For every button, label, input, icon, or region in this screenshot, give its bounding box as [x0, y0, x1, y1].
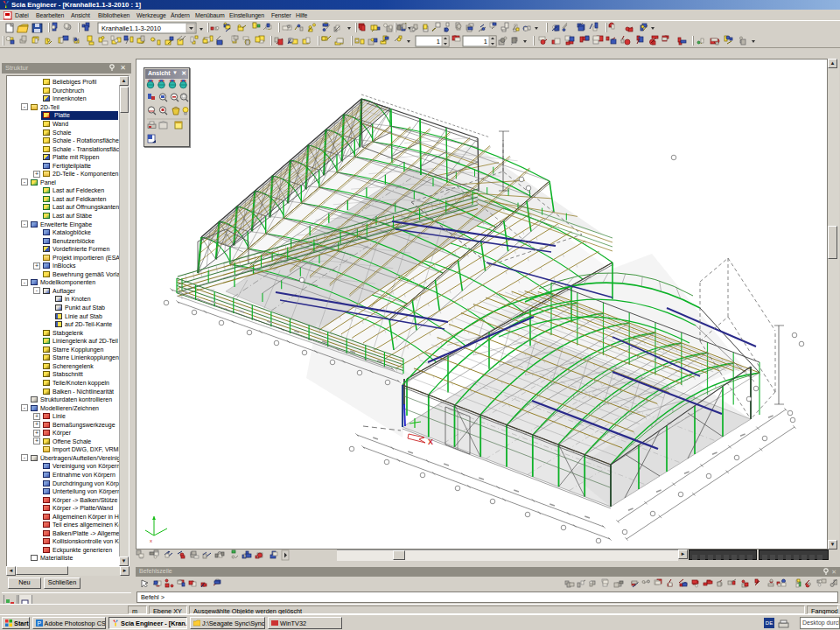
- svg-text:P: P: [38, 620, 42, 626]
- svg-text:1: 1: [484, 38, 487, 46]
- svg-text:Kranhalle1.1-3-2010: Kranhalle1.1-3-2010: [102, 24, 161, 32]
- svg-text:x: x: [150, 538, 152, 543]
- svg-text:X: X: [428, 438, 433, 446]
- svg-text:1: 1: [437, 38, 440, 46]
